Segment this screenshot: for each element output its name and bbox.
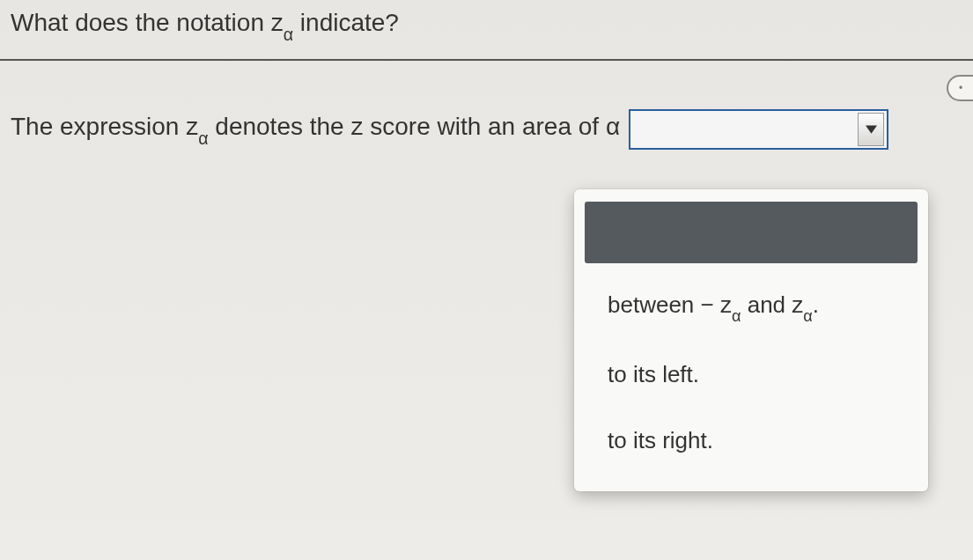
question-subscript: α bbox=[284, 25, 293, 44]
opt1-prefix: between − z bbox=[608, 291, 732, 318]
dropdown-arrow-button[interactable] bbox=[858, 113, 884, 146]
opt1-mid: and z bbox=[741, 291, 803, 318]
chevron-down-icon bbox=[866, 123, 877, 135]
help-indicator[interactable]: • bbox=[947, 75, 973, 101]
question-prefix: What does the notation z bbox=[11, 9, 284, 36]
answer-prompt: The expression zα denotes the z score wi… bbox=[11, 113, 620, 145]
answer-row: The expression zα denotes the z score wi… bbox=[0, 61, 973, 150]
prompt-subscript: α bbox=[198, 129, 208, 148]
opt2-text: to its left. bbox=[608, 361, 699, 387]
prompt-mid: denotes the z score with an area of α bbox=[209, 113, 621, 140]
dropdown-option-left[interactable]: to its left. bbox=[585, 342, 918, 408]
question-text: What does the notation zα indicate? bbox=[0, 0, 973, 59]
dropdown-options-panel: between − zα and zα. to its left. to its… bbox=[574, 189, 928, 491]
opt3-text: to its right. bbox=[608, 427, 713, 453]
dropdown-option-between[interactable]: between − zα and zα. bbox=[585, 272, 918, 342]
svg-marker-0 bbox=[866, 126, 877, 134]
opt1-suffix: . bbox=[813, 291, 819, 318]
opt1-sub1: α bbox=[732, 307, 741, 325]
question-suffix: indicate? bbox=[293, 9, 399, 36]
ellipsis-icon: • bbox=[959, 82, 962, 94]
dropdown-option-blank[interactable] bbox=[585, 202, 918, 263]
answer-dropdown[interactable] bbox=[629, 109, 888, 150]
opt1-sub2: α bbox=[803, 307, 813, 325]
prompt-prefix: The expression z bbox=[11, 113, 198, 140]
dropdown-option-right[interactable]: to its right. bbox=[585, 408, 918, 474]
